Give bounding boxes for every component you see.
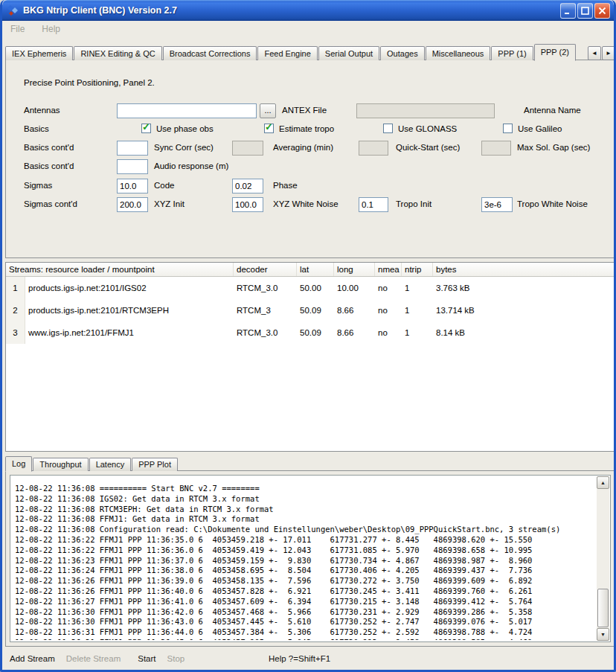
stream-cell-decoder[interactable]: RTCM_3.0 xyxy=(234,284,297,292)
tab-throughput[interactable]: Throughput xyxy=(33,458,88,471)
log-line: 12-08-22 11:36:22 FFMJ1 PPP 11:36:35.0 6… xyxy=(15,535,595,545)
row-number[interactable]: 3 xyxy=(6,321,25,344)
row-number[interactable]: 2 xyxy=(6,299,25,321)
stream-cell-lat[interactable]: 50.09 xyxy=(297,328,334,337)
row-number[interactable]: 1 xyxy=(6,277,25,299)
minimize-button[interactable] xyxy=(560,3,576,19)
close-button[interactable] xyxy=(594,3,610,19)
menu-file[interactable]: File xyxy=(9,22,26,36)
sync-corr-input[interactable] xyxy=(117,141,148,156)
stream-cell-bytes[interactable]: 3.763 kB xyxy=(433,284,615,292)
tropo-white-noise-input[interactable] xyxy=(481,197,513,212)
xyz-white-noise-label: XYZ White Noise xyxy=(273,199,339,208)
log-line: 12-08-22 11:36:08 IGS02: Get data in RTC… xyxy=(15,494,595,505)
streams-header-ntrip: ntrip xyxy=(402,263,433,276)
max-sol-gap-label: Max Sol. Gap (sec) xyxy=(517,143,590,152)
maximize-button[interactable] xyxy=(577,3,593,19)
stream-cell-bytes[interactable]: 8.14 kB xyxy=(433,328,615,337)
stream-cell-mountpoint[interactable]: www.igs-ip.net:2101/FFMJ1 xyxy=(25,328,234,337)
tab-scroll-left-button[interactable]: ◄ xyxy=(588,46,601,60)
estimate-tropo-checkbox[interactable]: ✓ xyxy=(264,124,274,133)
stream-cell-bytes[interactable]: 13.714 kB xyxy=(433,306,615,315)
scroll-up-button[interactable]: ▲ xyxy=(597,476,609,489)
tab-rinex-editing-qc[interactable]: RINEX Editing & QC xyxy=(74,46,161,60)
antennas-label: Antennas xyxy=(24,106,60,115)
scroll-thumb[interactable] xyxy=(597,589,609,627)
log-line: 12-08-22 11:36:31 FFMJ1 PPP 11:36:45.0 6… xyxy=(15,638,595,640)
audio-response-label: Audio response (m) xyxy=(154,161,228,170)
antex-file-label: ANTEX File xyxy=(282,106,327,115)
stream-cell-long[interactable]: 8.66 xyxy=(334,306,375,315)
tab-ppp-plot[interactable]: PPP Plot xyxy=(132,458,178,471)
stream-cell-long[interactable]: 8.66 xyxy=(334,328,375,337)
log-line: 12-08-22 11:36:30 FFMJ1 PPP 11:36:42.0 6… xyxy=(15,607,595,618)
tab-feed-engine[interactable]: Feed Engine xyxy=(257,46,317,60)
stream-cell-mountpoint[interactable]: products.igs-ip.net:2101/RTCM3EPH xyxy=(25,306,234,315)
log-line: 12-08-22 11:36:08 FFMJ1: Get data in RTC… xyxy=(15,514,595,525)
antex-file-input xyxy=(356,103,495,118)
stream-cell-nmea[interactable]: no xyxy=(375,328,402,337)
tab-ppp-2[interactable]: PPP (2) xyxy=(534,44,576,61)
max-sol-gap-input xyxy=(481,141,511,156)
tab-rinex-ephemeris[interactable]: IEX Ephemeris xyxy=(5,46,73,60)
stream-cell-ntrip[interactable]: 1 xyxy=(402,328,433,337)
xyz-white-noise-input[interactable] xyxy=(232,197,263,212)
streams-header-bytes: bytes xyxy=(433,263,615,276)
scroll-down-button[interactable]: ▼ xyxy=(597,628,609,641)
sigma-code-label: Code xyxy=(154,181,175,190)
sigmas-label: Sigmas xyxy=(24,181,52,190)
window-controls xyxy=(560,3,610,19)
tab-serial-output[interactable]: Serial Output xyxy=(318,46,379,60)
bottom-tab-bar: Log Throughput Latency PPP Plot xyxy=(5,455,615,471)
start-button[interactable]: Start xyxy=(138,654,155,663)
stream-cell-ntrip[interactable]: 1 xyxy=(402,284,433,292)
tropo-white-noise-label: Tropo White Noise xyxy=(517,199,588,208)
antennas-input[interactable] xyxy=(117,103,257,118)
antex-browse-button[interactable]: ... xyxy=(260,103,276,118)
tab-outages[interactable]: Outages xyxy=(380,46,425,60)
scroll-down-icon: ▼ xyxy=(600,632,606,637)
audio-response-input[interactable] xyxy=(117,159,148,174)
log-line: 12-08-22 11:36:22 FFMJ1 PPP 11:36:36.0 6… xyxy=(15,545,595,556)
title-bar[interactable]: BKG Ntrip Client (BNC) Version 2.7 xyxy=(2,0,614,21)
log-line: 12-08-22 11:36:26 FFMJ1 PPP 11:36:40.0 6… xyxy=(15,586,595,597)
tab-log[interactable]: Log xyxy=(5,456,32,472)
stream-cell-lat[interactable]: 50.00 xyxy=(297,284,334,292)
log-output[interactable]: 12-08-22 11:36:08 ========== Start BNC v… xyxy=(10,475,611,642)
table-row: 3 www.igs-ip.net:2101/FFMJ1 RTCM_3.0 50.… xyxy=(6,321,615,344)
window-title: BKG Ntrip Client (BNC) Version 2.7 xyxy=(23,5,560,16)
sigma-code-input[interactable] xyxy=(117,179,148,193)
stop-button: Stop xyxy=(167,654,185,663)
log-scrollbar[interactable]: ▲ ▼ xyxy=(597,476,609,641)
stream-cell-nmea[interactable]: no xyxy=(375,306,402,315)
sigmas2-label: Sigmas cont'd xyxy=(24,199,77,208)
use-glonass-checkbox[interactable] xyxy=(383,124,393,133)
use-phase-obs-label: Use phase obs xyxy=(156,124,214,133)
log-line: 12-08-22 11:36:08 RTCM3EPH: Get data in … xyxy=(15,505,595,515)
add-stream-button[interactable]: Add Stream xyxy=(10,654,55,663)
tab-broadcast-corrections[interactable]: Broadcast Corrections xyxy=(163,46,257,60)
stream-cell-nmea[interactable]: no xyxy=(375,284,402,292)
use-phase-obs-checkbox[interactable]: ✓ xyxy=(141,124,151,133)
log-line: 12-08-22 11:36:31 FFMJ1 PPP 11:36:44.0 6… xyxy=(15,627,595,638)
menu-help[interactable]: Help xyxy=(40,22,62,36)
table-row: 1 products.igs-ip.net:2101/IGS02 RTCM_3.… xyxy=(6,277,615,299)
tab-miscellaneous[interactable]: Miscellaneous xyxy=(426,46,491,60)
tab-latency[interactable]: Latency xyxy=(89,458,132,471)
tropo-init-input[interactable] xyxy=(359,197,388,212)
stream-cell-ntrip[interactable]: 1 xyxy=(402,306,433,315)
sigma-phase-input[interactable] xyxy=(232,179,263,193)
use-galileo-checkbox[interactable] xyxy=(503,124,513,133)
log-line: 12-08-22 11:36:23 FFMJ1 PPP 11:36:37.0 6… xyxy=(15,556,595,566)
stream-cell-lat[interactable]: 50.09 xyxy=(297,306,334,315)
stream-cell-mountpoint[interactable]: products.igs-ip.net:2101/IGS02 xyxy=(25,284,234,292)
stream-cell-decoder[interactable]: RTCM_3 xyxy=(234,306,297,315)
tab-scroll-right-button[interactable]: ► xyxy=(602,46,615,60)
antenna-name-label: Antenna Name xyxy=(524,106,581,115)
log-line: 12-08-22 11:36:08 Configuration read: C:… xyxy=(15,525,595,535)
stream-cell-decoder[interactable]: RTCM_3.0 xyxy=(234,328,297,337)
log-line: 12-08-22 11:36:27 FFMJ1 PPP 11:36:41.0 6… xyxy=(15,597,595,607)
stream-cell-long[interactable]: 10.00 xyxy=(334,284,375,292)
tab-ppp-1[interactable]: PPP (1) xyxy=(491,46,533,60)
xyz-init-input[interactable] xyxy=(117,197,148,212)
